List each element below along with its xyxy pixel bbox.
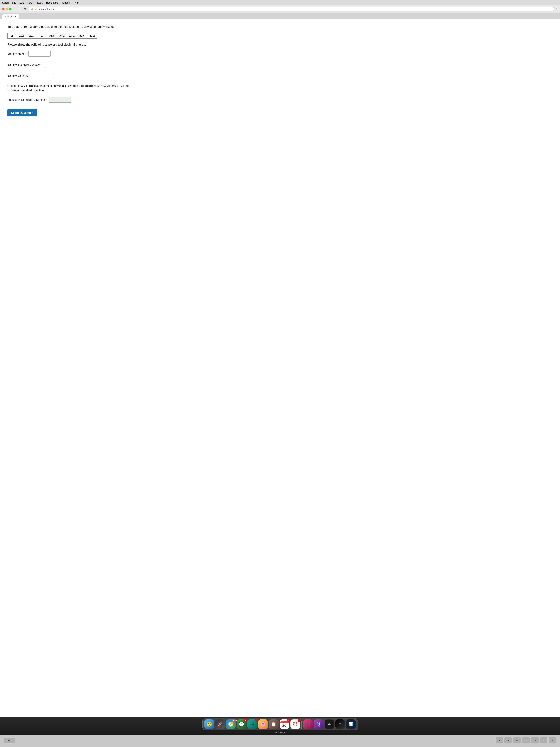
var-label: Sample Variance = xyxy=(7,74,31,77)
minimize-button[interactable] xyxy=(6,8,8,10)
data-val-1: 22.7 xyxy=(27,33,37,38)
menu-file[interactable]: File xyxy=(12,1,16,4)
close-button[interactable] xyxy=(2,8,5,10)
f3-key[interactable]: ⊞ xyxy=(513,737,521,743)
data-header: x xyxy=(7,33,17,38)
menu-help[interactable]: Help xyxy=(74,1,79,4)
dock-photos[interactable]: 🌸 xyxy=(258,719,268,729)
std-input[interactable] xyxy=(45,62,68,68)
mean-label: Sample Mean = xyxy=(7,52,27,55)
page-content: This data is from a sample. Calculate th… xyxy=(0,19,560,717)
dock-calendar[interactable]: SEP 20 1 xyxy=(279,719,289,729)
fn-keys-row: ☀ ☀ ⊞ ⠿ ⋯ ⋯ ⏮ xyxy=(496,737,556,743)
ooops-paragraph: Ooops - now you discover that the data w… xyxy=(7,83,141,93)
instruction-text: Please show the following answers to 2 d… xyxy=(7,43,553,46)
back-button[interactable]: ‹ xyxy=(14,7,17,11)
data-val-3: 31.9 xyxy=(47,33,57,38)
dock-area: 🙂 🚀 🧭 14,174 💬 4 ⋯ 7 🌸 📋 SEP 20 1 xyxy=(0,717,560,735)
std-label: Sample Standard Deviation = xyxy=(7,63,44,66)
submit-button[interactable]: Submit Question xyxy=(7,109,37,116)
menu-app-name[interactable]: Safari xyxy=(2,1,9,4)
active-tab[interactable]: Question 8 xyxy=(2,14,19,19)
data-val-6: 39.6 xyxy=(77,33,87,38)
dock-messages-badge[interactable]: 💬 4 xyxy=(237,719,246,729)
forward-button[interactable]: › xyxy=(18,7,21,11)
var-input[interactable] xyxy=(32,73,54,78)
esc-key[interactable]: esc xyxy=(4,738,15,743)
dock-safari[interactable]: 🧭 14,174 xyxy=(226,719,236,729)
dock-podcasts[interactable]: 🎙️ xyxy=(314,719,323,729)
f2-key[interactable]: ☀ xyxy=(504,737,512,743)
dock-music[interactable]: 🎵 xyxy=(303,719,313,729)
menu-view[interactable]: View xyxy=(27,1,32,4)
menu-edit[interactable]: Edit xyxy=(20,1,24,4)
data-table: x 10.5 22.7 40.4 31.9 34.2 17.1 39.6 43.… xyxy=(7,33,97,38)
address-bar[interactable] xyxy=(35,7,552,10)
f4-key[interactable]: ⠿ xyxy=(522,737,530,743)
keyboard-area: esc ☀ ☀ ⊞ ⠿ ⋯ ⋯ ⏮ xyxy=(0,735,560,747)
var-row: Sample Variance = xyxy=(7,73,553,78)
dock-reminders[interactable]: ⏰ 1 xyxy=(290,719,300,729)
std-row: Sample Standard Deviation = xyxy=(7,62,553,68)
maximize-button[interactable] xyxy=(9,8,12,10)
dock-stocks[interactable]: 📊 xyxy=(346,719,356,729)
data-val-2: 40.4 xyxy=(37,33,47,38)
f1-key[interactable]: ☀ xyxy=(496,737,503,743)
f7-key[interactable]: ⏮ xyxy=(549,737,556,743)
browser-toolbar: ‹ › ⊞ 🔒 ↻ xyxy=(0,5,560,13)
data-val-4: 34.2 xyxy=(57,33,67,38)
dock-siri[interactable]: ◻ xyxy=(336,719,345,729)
intro-bold: sample xyxy=(33,25,43,28)
ooops-text1: Ooops - now you discover that the data w… xyxy=(7,84,81,87)
mean-row: Sample Mean = xyxy=(7,51,553,56)
f6-key[interactable]: ⋯ xyxy=(540,737,548,743)
pop-std-row: Population Standard Deviation = xyxy=(7,97,553,103)
macbook-label: MacBook Air xyxy=(274,731,286,734)
data-val-0: 10.5 xyxy=(17,33,27,38)
ooops-bold: population xyxy=(81,84,96,87)
menu-history[interactable]: History xyxy=(35,1,43,4)
menu-bar: Safari File Edit View History Bookmarks … xyxy=(0,0,560,5)
dock-launchpad[interactable]: 🚀 xyxy=(215,719,225,729)
f5-key[interactable]: ⋯ xyxy=(531,737,538,743)
nav-buttons: ‹ › xyxy=(14,7,21,11)
question-intro: This data is from a sample. Calculate th… xyxy=(7,25,553,29)
dock-appletv[interactable]: ✦tv xyxy=(325,719,334,729)
dock-maps-badge[interactable]: ⋯ 7 xyxy=(247,719,257,729)
tab-bar: Question 8 xyxy=(0,13,560,19)
lock-icon: 🔒 xyxy=(31,8,33,10)
pop-std-input[interactable] xyxy=(49,97,71,103)
mean-input[interactable] xyxy=(28,51,51,56)
intro-text: This data is from a xyxy=(7,25,33,28)
browser-window: ‹ › ⊞ 🔒 ↻ Question 8 This data is from a… xyxy=(0,5,560,717)
tab-label: Question 8 xyxy=(5,16,16,18)
sidebar-toggle-button[interactable]: ⊞ xyxy=(23,7,27,11)
reload-button[interactable]: ↻ xyxy=(556,7,558,10)
menu-bookmarks[interactable]: Bookmarks xyxy=(46,1,58,4)
menu-window[interactable]: Window xyxy=(62,1,70,4)
dock: 🙂 🚀 🧭 14,174 💬 4 ⋯ 7 🌸 📋 SEP 20 1 xyxy=(203,718,358,730)
dock-finder[interactable]: 🙂 xyxy=(205,719,214,729)
address-bar-container: 🔒 xyxy=(29,7,554,11)
dock-notes[interactable]: 📋 xyxy=(269,719,278,729)
traffic-lights xyxy=(2,8,12,10)
pop-std-label: Population Standard Deviation = xyxy=(7,98,47,101)
dock-separator xyxy=(301,721,302,729)
intro-rest: . Calculate the mean, standard deviation… xyxy=(43,25,115,28)
data-val-5: 17.1 xyxy=(67,33,77,38)
data-val-7: 43.2 xyxy=(87,33,97,38)
